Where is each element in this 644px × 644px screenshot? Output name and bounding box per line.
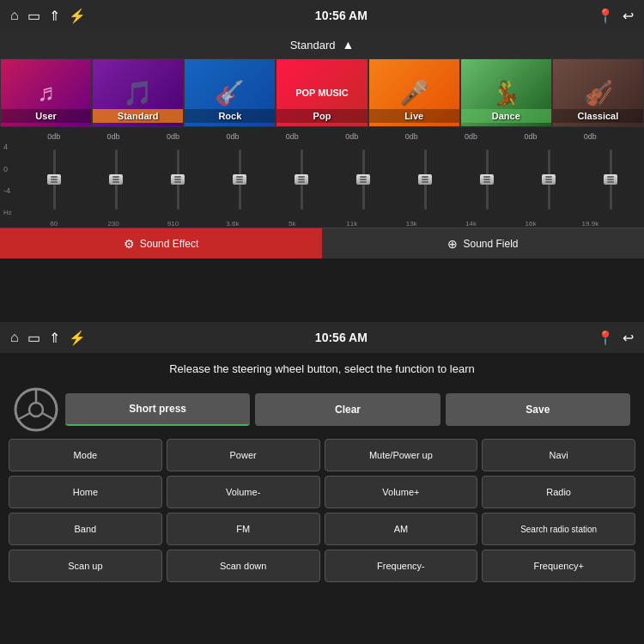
up-arrow-icon[interactable]: ⇑ [49,8,60,24]
screen-icon-bottom[interactable]: ▭ [27,330,40,346]
preset-user[interactable]: ♬ User [0,58,92,127]
func-home[interactable]: Home [9,476,162,508]
preset-live[interactable]: 🎤 Live [368,58,460,127]
svg-line-3 [17,413,30,420]
eq-sliders-area: 4 0 -4 Hz [0,141,644,218]
presets-row: ♬ User 🎵 Standard 🎸 Rock POP MUSIC Pop 🎤 [0,58,644,127]
status-bar-top: ⌂ ▭ ⇑ ⚡ 10:56 AM 📍 ↩ [0,0,644,31]
function-grid: Mode Power Mute/Power up Navi Home Volum… [0,439,644,582]
eq-slider-16khz[interactable] [519,145,579,214]
preset-user-label: User [1,109,91,123]
back-icon[interactable]: ↩ [623,8,634,24]
status-icons-left-bottom: ⌂ ▭ ⇑ ⚡ [10,330,86,346]
preset-classical[interactable]: 🎻 Classical [552,58,644,127]
steering-row: Short press Clear Save [0,384,644,439]
status-icons-right: 📍 ↩ [597,8,634,24]
preset-rock[interactable]: 🎸 Rock [184,58,276,127]
eq-slider-3k6hz[interactable] [210,145,270,214]
back-icon-bottom[interactable]: ↩ [623,330,634,346]
func-power[interactable]: Power [167,439,320,471]
eq-slider-230hz[interactable] [86,145,146,214]
status-time-bottom: 10:56 AM [315,331,368,344]
eq-slider-13khz[interactable] [395,145,455,214]
preset-label: Standard [290,39,336,52]
save-button[interactable]: Save [446,393,630,426]
func-frequency-minus[interactable]: Frequency- [325,550,478,582]
eq-slider-11khz[interactable] [333,145,393,214]
preset-standard-label: Standard [93,109,183,123]
location-icon: 📍 [597,8,614,24]
clear-button[interactable]: Clear [255,393,440,426]
eq-slider-5khz[interactable] [271,145,331,214]
up-arrow-icon-bottom[interactable]: ⇑ [49,330,60,346]
eq-db-labels: 0db 0db 0db 0db 0db 0db 0db 0db 0db 0db [0,131,644,141]
usb-icon-bottom[interactable]: ⚡ [69,330,86,346]
func-mute-power-up[interactable]: Mute/Power up [325,439,478,471]
screen-icon[interactable]: ▭ [27,8,40,24]
preset-dance-label: Dance [461,109,551,123]
steering-wheel-icon [14,387,58,432]
eq-tabs: ⚙ Sound Effect ⊕ Sound Field [0,228,644,258]
status-bar-bottom: ⌂ ▭ ⇑ ⚡ 10:56 AM 📍 ↩ [0,322,644,353]
sound-effect-icon: ⚙ [124,237,135,251]
sound-field-icon: ⊕ [447,237,458,251]
preset-standard[interactable]: 🎵 Standard [92,58,184,127]
short-press-button[interactable]: Short press [65,393,250,426]
eq-slider-910hz[interactable] [148,145,208,214]
eq-slider-14khz[interactable] [457,145,517,214]
instruction-text: Release the steering wheel button, selec… [0,353,644,384]
preset-pop-label: Pop [276,109,367,123]
svg-point-1 [29,403,43,416]
action-buttons: Short press Clear Save [65,393,630,426]
preset-live-label: Live [369,109,459,123]
func-band[interactable]: Band [9,513,162,545]
func-search-radio-station[interactable]: Search radio station [482,513,635,545]
svg-line-4 [42,413,55,420]
func-fm[interactable]: FM [167,513,320,545]
tab-sound-effect-label: Sound Effect [140,238,199,250]
preset-bar[interactable]: Standard ▲ [0,31,644,58]
eq-axis: 4 0 -4 Hz [3,141,24,218]
preset-rock-label: Rock [185,109,275,123]
status-icons-right-bottom: 📍 ↩ [597,330,634,346]
tab-sound-field-label: Sound Field [463,238,518,250]
func-scan-up[interactable]: Scan up [9,550,162,582]
preset-dance[interactable]: 💃 Dance [460,58,552,127]
preset-pop[interactable]: POP MUSIC Pop [276,58,368,127]
tab-sound-effect[interactable]: ⚙ Sound Effect [0,228,322,258]
usb-icon[interactable]: ⚡ [69,8,86,24]
eq-slider-19k9hz[interactable] [580,145,641,214]
tab-sound-field[interactable]: ⊕ Sound Field [322,228,644,258]
steering-wheel-panel: ⌂ ▭ ⇑ ⚡ 10:56 AM 📍 ↩ Release the steerin… [0,322,644,644]
preset-chevron-icon: ▲ [342,38,354,52]
status-time-top: 10:56 AM [315,9,368,22]
func-radio[interactable]: Radio [482,476,635,508]
eq-freq-labels: 60 230 910 3.6k 5k 11k 13k 14k 16k 19.9k [0,218,644,228]
eq-sliders [24,141,641,218]
func-am[interactable]: AM [325,513,478,545]
equalizer-panel: ⌂ ▭ ⇑ ⚡ 10:56 AM 📍 ↩ Standard ▲ ♬ User 🎵… [0,0,644,322]
home-icon[interactable]: ⌂ [10,8,19,23]
func-volume-plus[interactable]: Volume+ [325,476,478,508]
location-icon-bottom: 📍 [597,330,614,346]
func-navi[interactable]: Navi [482,439,635,471]
home-icon-bottom[interactable]: ⌂ [10,330,19,345]
preset-classical-label: Classical [553,109,643,123]
func-scan-down[interactable]: Scan down [167,550,320,582]
status-icons-left: ⌂ ▭ ⇑ ⚡ [10,8,86,24]
func-volume-minus[interactable]: Volume- [167,476,320,508]
eq-slider-60hz[interactable] [24,145,84,214]
func-mode[interactable]: Mode [9,439,162,471]
func-frequency-plus[interactable]: Frequency+ [482,550,635,582]
